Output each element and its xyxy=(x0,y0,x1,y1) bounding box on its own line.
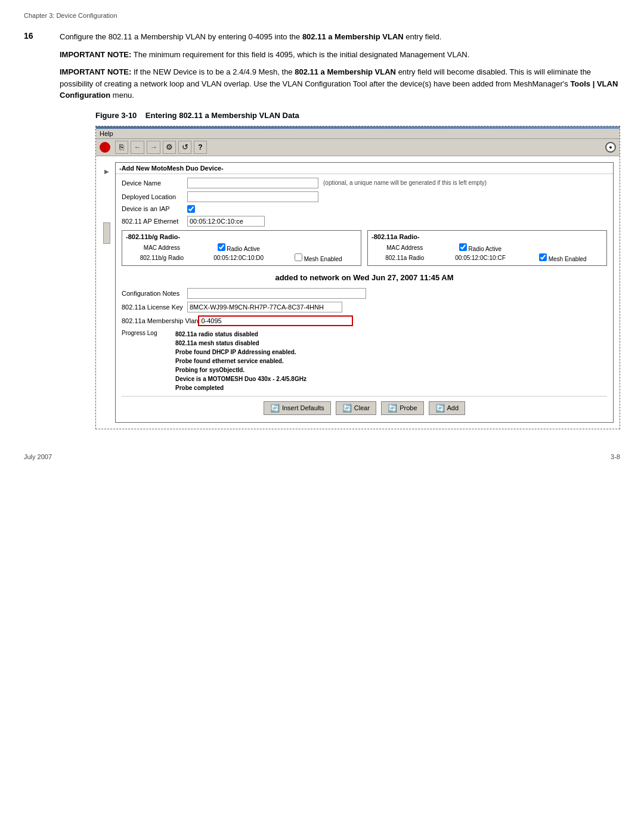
clear-button[interactable]: 🔄 Clear xyxy=(336,401,376,415)
radio-bg-section: -802.11b/g Radio- MAC Address Radio Acti… xyxy=(122,230,361,266)
status-message: added to network on Wed Jun 27, 2007 11:… xyxy=(122,270,607,286)
bottom-buttons: 🔄 Insert Defaults 🔄 Clear 🔄 Probe xyxy=(122,396,607,419)
left-sidebar: ▶ xyxy=(102,162,112,423)
license-key-row: 802.11a License Key xyxy=(122,302,607,312)
config-notes-input[interactable] xyxy=(187,288,366,299)
back-button[interactable]: ← xyxy=(131,141,144,154)
progress-line-3: Probe found DHCP IP Addressing enabled. xyxy=(175,348,306,357)
radio-bg-mac-header: MAC Address xyxy=(126,243,198,253)
settings-button[interactable]: ⚙ xyxy=(163,141,176,154)
question-icon: ? xyxy=(198,143,202,151)
circle-button[interactable]: ● xyxy=(605,142,616,153)
radio-bg-active-checkbox[interactable] xyxy=(218,243,225,251)
radio-a-section: -802.11a Radio- MAC Address Radio Active xyxy=(367,230,607,266)
device-name-label: Device Name xyxy=(122,179,187,187)
radio-a-active-checkbox[interactable] xyxy=(459,243,467,251)
progress-log-label: Progress Log xyxy=(122,330,175,392)
add-button[interactable]: 🔄 Add xyxy=(429,401,466,415)
progress-line-1: 802.11a radio status disabled xyxy=(175,330,306,339)
radio-bg-mac-label-cell: 802.11b/g Radio xyxy=(126,253,198,263)
footer-left: July 2007 xyxy=(24,453,52,460)
membership-vlan-label: 802.11a Membership Vlan xyxy=(122,317,198,324)
radio-a-mac-value-cell: 00:05:12:0C:10:CF xyxy=(438,253,523,263)
ap-ethernet-input[interactable] xyxy=(187,216,265,227)
figure-caption: Figure 3-10 Entering 802.11 a Membership… xyxy=(95,111,620,120)
ap-ethernet-row: 802.11 AP Ethernet xyxy=(122,216,607,227)
progress-line-5: Probing for sysObjectId. xyxy=(175,366,306,374)
left-nav-arrow[interactable]: ▶ xyxy=(104,168,109,175)
step-container: 16 Configure the 802.11 a Membership VLA… xyxy=(24,31,620,429)
progress-line-7: Probe completed xyxy=(175,383,306,392)
device-iap-checkbox[interactable] xyxy=(187,205,195,213)
radio-a-mac-label-cell: 802.11a Radio xyxy=(371,253,438,263)
add-label: Add xyxy=(447,404,459,411)
step-para-2: IMPORTANT NOTE: The minimum requirement … xyxy=(60,49,620,61)
sidebar-toggle[interactable] xyxy=(103,222,110,244)
radio-a-mac-header: MAC Address xyxy=(371,243,438,253)
radio-bg-mesh-cell: Mesh Enabled xyxy=(280,253,357,263)
copy-icon: ⎘ xyxy=(119,143,124,151)
radio-a-active-header: Radio Active xyxy=(438,243,523,253)
radio-bg-active-header: Radio Active xyxy=(198,243,280,253)
forward-icon: → xyxy=(150,143,157,151)
step-number: 16 xyxy=(24,31,48,429)
membership-vlan-input[interactable] xyxy=(198,315,353,326)
brand-icon xyxy=(100,142,110,153)
device-iap-label: Device is an IAP xyxy=(122,205,187,212)
radio-a-mesh-cell: Mesh Enabled xyxy=(523,253,603,263)
refresh-button[interactable]: ↺ xyxy=(178,141,191,154)
app-toolbar: ⎘ ← → ⚙ ↺ ? ● xyxy=(96,139,620,156)
insert-defaults-label: Insert Defaults xyxy=(282,404,324,411)
probe-label: Probe xyxy=(400,404,417,411)
config-notes-label: Configuration Notes xyxy=(122,290,187,297)
device-iap-row: Device is an IAP xyxy=(122,205,607,213)
device-name-hint: (optional, a unique name will be generat… xyxy=(323,179,487,186)
deployed-location-row: Deployed Location xyxy=(122,191,607,202)
config-notes-row: Configuration Notes xyxy=(122,288,607,299)
membership-vlan-row: 802.11a Membership Vlan xyxy=(122,315,607,326)
radio-a-table: MAC Address Radio Active 802.11a Radio 0… xyxy=(371,243,603,263)
insert-defaults-icon: 🔄 xyxy=(270,404,280,413)
clear-label: Clear xyxy=(354,404,370,411)
step-para-3: IMPORTANT NOTE: If the NEW Device is to … xyxy=(60,66,620,101)
app-body: ▶ -Add New MotoMesh Duo Device- Device N… xyxy=(96,156,620,429)
question-button[interactable]: ? xyxy=(194,141,207,154)
device-name-row: Device Name (optional, a unique name wil… xyxy=(122,178,607,188)
insert-defaults-button[interactable]: 🔄 Insert Defaults xyxy=(264,401,331,415)
radio-bg-mesh-checkbox[interactable] xyxy=(295,253,302,261)
radio-a-mesh-checkbox[interactable] xyxy=(539,253,547,261)
copy-button[interactable]: ⎘ xyxy=(115,141,128,154)
progress-log-content: 802.11a radio status disabled 802.11a me… xyxy=(175,330,306,392)
probe-icon: 🔄 xyxy=(388,404,397,413)
license-key-input[interactable] xyxy=(187,302,342,312)
settings-icon: ⚙ xyxy=(166,143,173,151)
step-para-1: Configure the 802.11 a Membership VLAN b… xyxy=(60,31,620,43)
forward-button[interactable]: → xyxy=(147,141,160,154)
radio-bg-title: -802.11b/g Radio- xyxy=(126,233,357,240)
probe-button[interactable]: 🔄 Probe xyxy=(381,401,423,415)
app-menubar[interactable]: Help xyxy=(96,129,620,139)
menu-help[interactable]: Help xyxy=(100,130,113,137)
screenshot-box: Help ⎘ ← → ⚙ ↺ ? ● ▶ xyxy=(95,126,620,429)
add-icon: 🔄 xyxy=(435,404,445,413)
radio-sections: -802.11b/g Radio- MAC Address Radio Acti… xyxy=(122,230,607,266)
deployed-location-input[interactable] xyxy=(187,191,318,202)
device-name-input[interactable] xyxy=(187,178,318,188)
footer-right: 3-8 xyxy=(611,453,620,460)
progress-line-4: Probe found ethernet service enabled. xyxy=(175,357,306,366)
radio-bg-table: MAC Address Radio Active 802.11b/g Radio… xyxy=(126,243,357,263)
radio-a-title: -802.11a Radio- xyxy=(371,233,603,240)
form-panel: -Add New MotoMesh Duo Device- Device Nam… xyxy=(115,162,614,423)
progress-line-2: 802.11a mesh status disabled xyxy=(175,339,306,348)
deployed-location-label: Deployed Location xyxy=(122,193,187,200)
license-key-label: 802.11a License Key xyxy=(122,304,187,311)
step-content: Configure the 802.11 a Membership VLAN b… xyxy=(60,31,620,429)
progress-line-6: Device is a MOTOMESH Duo 430x - 2.4/5.8G… xyxy=(175,374,306,383)
panel-title: -Add New MotoMesh Duo Device- xyxy=(116,163,613,174)
ap-ethernet-label: 802.11 AP Ethernet xyxy=(122,218,187,225)
radio-bg-mac-value-cell: 00:05:12:0C:10:D0 xyxy=(198,253,280,263)
back-icon: ← xyxy=(134,143,141,151)
clear-icon: 🔄 xyxy=(342,404,352,413)
page-footer: July 2007 3-8 xyxy=(24,453,620,460)
refresh-icon: ↺ xyxy=(182,143,188,151)
